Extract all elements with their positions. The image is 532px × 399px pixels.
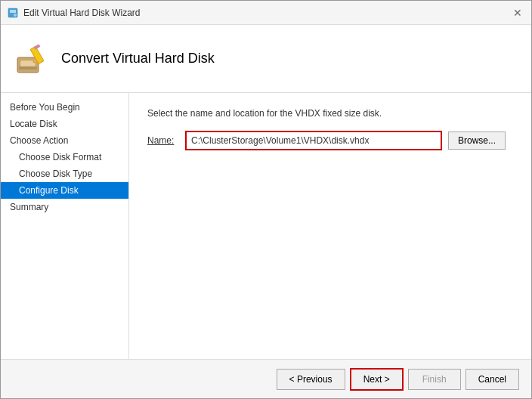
- footer: < Previous Next > Finish Cancel: [1, 359, 531, 398]
- previous-button[interactable]: < Previous: [277, 369, 345, 390]
- instruction-text: Select the name and location for the VHD…: [147, 108, 513, 119]
- sidebar-item-choose-disk-type[interactable]: Choose Disk Type: [1, 165, 128, 182]
- svg-rect-5: [19, 66, 37, 70]
- browse-button[interactable]: Browse...: [448, 131, 506, 150]
- finish-button[interactable]: Finish: [408, 369, 461, 390]
- sidebar-item-before-you-begin[interactable]: Before You Begin: [1, 99, 128, 116]
- sidebar-item-configure-disk[interactable]: Configure Disk: [1, 182, 128, 199]
- sidebar-item-locate-disk[interactable]: Locate Disk: [1, 116, 128, 132]
- wizard-icon: [13, 41, 49, 77]
- name-label: Name:: [147, 135, 185, 146]
- wizard-window: Edit Virtual Hard Disk Wizard ✕ Convert …: [0, 0, 532, 399]
- next-button[interactable]: Next >: [350, 368, 404, 391]
- wizard-title: Convert Virtual Hard Disk: [61, 51, 215, 66]
- svg-point-2: [14, 14, 17, 17]
- content-area: Before You BeginLocate DiskChoose Action…: [1, 93, 531, 359]
- cancel-button[interactable]: Cancel: [466, 369, 519, 390]
- sidebar-item-summary[interactable]: Summary: [1, 199, 128, 215]
- close-button[interactable]: ✕: [510, 5, 525, 20]
- name-input[interactable]: [185, 131, 442, 150]
- sidebar-item-choose-disk-format[interactable]: Choose Disk Format: [1, 149, 128, 165]
- sidebar: Before You BeginLocate DiskChoose Action…: [1, 93, 129, 359]
- wizard-header: Convert Virtual Hard Disk: [1, 25, 531, 93]
- title-bar: Edit Virtual Hard Disk Wizard ✕: [1, 1, 531, 25]
- name-input-wrap: Browse...: [185, 131, 513, 150]
- svg-rect-1: [10, 10, 16, 13]
- title-bar-icon: [7, 7, 19, 19]
- sidebar-item-choose-action[interactable]: Choose Action: [1, 132, 128, 149]
- main-content: Select the name and location for the VHD…: [129, 93, 531, 359]
- name-field-row: Name: Browse...: [147, 131, 513, 150]
- title-bar-title: Edit Virtual Hard Disk Wizard: [23, 8, 510, 18]
